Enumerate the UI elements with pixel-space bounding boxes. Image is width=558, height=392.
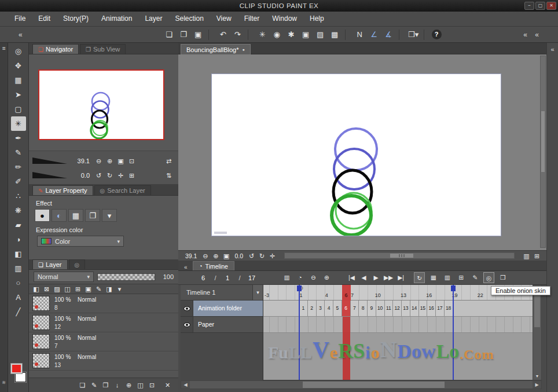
help-icon[interactable]: ? <box>432 30 442 39</box>
frame-cell-10[interactable]: 10 <box>376 301 385 317</box>
timeline-horizontal-scrollbar[interactable]: ◀ ▶ <box>181 380 542 389</box>
close-button[interactable]: ✕ <box>546 2 556 10</box>
scrollbar-thumb[interactable] <box>303 382 445 388</box>
status-zoom-in-icon[interactable]: ⊕ <box>211 251 221 261</box>
status-display-mode-icon[interactable]: ▥ <box>522 251 531 261</box>
delete-layer-icon[interactable]: ✕ <box>163 380 172 390</box>
invert-selection-icon[interactable]: ▩ <box>328 28 342 41</box>
foreground-color-swatch[interactable] <box>11 364 22 373</box>
clip-to-layer-below-icon[interactable]: ◨ <box>104 284 114 294</box>
scrollbar-thumb[interactable] <box>390 254 413 258</box>
effect-expand-icon[interactable]: ▾ <box>102 209 117 222</box>
menu-view[interactable]: View <box>210 12 238 26</box>
timeline-collapse-icon[interactable]: « <box>182 264 190 270</box>
background-color-swatch[interactable] <box>15 372 26 382</box>
actual-size-icon[interactable]: ⊡ <box>127 156 137 166</box>
go-to-end-button[interactable]: ▶| <box>395 272 406 283</box>
canvas-vertical-scrollbar[interactable] <box>540 56 546 248</box>
menu-animation[interactable]: Animation <box>95 12 138 26</box>
frame-cell-1[interactable]: 1 <box>299 301 308 317</box>
frame-cell-8[interactable]: 8 <box>359 301 368 317</box>
visibility-toggle[interactable] <box>181 317 193 332</box>
ruler-tool[interactable]: ╱ <box>11 305 26 319</box>
menu-filter[interactable]: Filter <box>238 12 266 26</box>
frame-cell-13[interactable]: 13 <box>402 301 410 317</box>
layer-menu-icon[interactable]: ▾ <box>115 284 124 294</box>
new-vector-layer-icon[interactable]: ✎ <box>89 380 99 390</box>
specify-cel-button[interactable]: ✎ <box>469 272 480 283</box>
angle-snap-icon[interactable]: ∠ <box>368 28 381 41</box>
decoration2-tool[interactable]: ❋ <box>11 203 26 218</box>
open-file-icon[interactable]: ❐ <box>177 28 190 41</box>
zoom-tool[interactable]: ◎ <box>11 44 26 58</box>
track-animation-folder[interactable]: Animation folder <box>181 301 263 317</box>
visibility-toggle[interactable] <box>181 301 193 316</box>
workspace-dropdown-icon[interactable]: ❒▾ <box>407 28 420 41</box>
save-icon[interactable]: ▣ <box>192 28 205 41</box>
timeline-zoom-out-icon[interactable]: ⊖ <box>308 272 319 283</box>
reset-view-icon[interactable]: ⊞ <box>127 171 137 180</box>
tab-layer-alt[interactable]: ◎ <box>69 259 86 269</box>
lock-layer-icon[interactable]: ⊠ <box>42 284 52 294</box>
previous-frame-button[interactable]: ◀ <box>358 272 369 283</box>
go-to-start-button[interactable]: |◀ <box>346 272 357 283</box>
menu-layer[interactable]: Layer <box>138 12 168 26</box>
layer-row[interactable]: 100 %Normal8 <box>29 294 178 313</box>
time-display-icon[interactable]: ◔ <box>295 272 306 283</box>
layer-row[interactable]: 100 %Normal12 <box>29 313 178 332</box>
scrollbar-thumb[interactable] <box>541 111 545 172</box>
navigator-preview[interactable] <box>38 69 164 140</box>
collapse-right-panel-icon[interactable]: « « <box>521 31 544 39</box>
zoom-out-icon[interactable]: ⊖ <box>94 156 104 166</box>
collapse-left-panel-icon[interactable]: « <box>16 31 25 39</box>
status-rotate-right-icon[interactable]: ↻ <box>257 251 267 261</box>
frame-cell-12[interactable]: 12 <box>393 301 402 317</box>
rotate-right-icon[interactable]: ↻ <box>105 171 115 180</box>
tone-effect-icon[interactable]: ◐ <box>52 209 67 222</box>
combine-to-lower-layer-icon[interactable]: ⊕ <box>124 380 134 390</box>
set-ruler-icon[interactable]: ⊞ <box>73 284 83 294</box>
timeline-dropdown-icon[interactable]: ▾ <box>252 285 263 300</box>
frame-cell-4[interactable]: 4 <box>325 301 333 317</box>
screentone-tool[interactable]: ▦ <box>11 73 26 87</box>
rotation-slider[interactable] <box>32 172 67 178</box>
rotate-left-icon[interactable]: ↺ <box>94 171 104 180</box>
frame-cell-6[interactable]: 6 <box>342 301 351 317</box>
palette-dock-handle-icon[interactable]: ≣ <box>0 46 8 51</box>
move-tool[interactable]: ✥ <box>11 58 26 73</box>
menu-storyp[interactable]: Story(P) <box>57 12 95 26</box>
airbrush-tool[interactable]: ∴ <box>11 189 26 203</box>
new-animation-cel-button[interactable]: ⊞ <box>456 272 467 283</box>
decoration-tool[interactable]: ✳ <box>11 116 26 131</box>
loop-playback-button[interactable]: ↻ <box>414 272 425 283</box>
figure-tool[interactable]: ○ <box>11 276 26 290</box>
angle-snap-alt-icon[interactable]: ∡ <box>382 28 395 41</box>
new-folder-icon[interactable]: ❐ <box>101 380 111 390</box>
canvas-horizontal-scrollbar[interactable] <box>284 252 515 259</box>
tab-document[interactable]: BouncingBallBlog* ● <box>181 44 251 54</box>
eyedropper-tool[interactable]: ✒ <box>11 131 26 145</box>
fit-to-screen-icon[interactable]: ▣ <box>116 156 126 166</box>
create-mask-icon[interactable]: ◫ <box>135 380 145 390</box>
timeline-vertical-scrollbar[interactable]: ▲ ▼ <box>533 285 542 380</box>
frame-cell-2[interactable]: 2 <box>308 301 317 317</box>
timeline-selector[interactable]: Timeline 1 ▾ <box>181 285 263 301</box>
scroll-left-icon[interactable]: ◀ <box>181 381 190 389</box>
new-raster-layer-icon[interactable]: ❏ <box>78 380 87 390</box>
status-zoom-out-icon[interactable]: ⊖ <box>200 251 210 261</box>
tab-navigator[interactable]: ❏Navigator <box>32 44 79 54</box>
draft-layer-icon[interactable]: ✎ <box>94 284 104 294</box>
maximize-button[interactable]: ▢ <box>535 2 545 10</box>
text-tool[interactable]: A <box>11 290 26 305</box>
tab-layer-property[interactable]: ✎Layer Property <box>32 185 93 195</box>
screentone-effect-icon[interactable]: ▦ <box>68 209 83 222</box>
status-rotate-left-icon[interactable]: ↺ <box>247 251 256 261</box>
frame-display-icon[interactable]: ▥ <box>281 272 292 283</box>
palette-dock-bottom-icon[interactable]: ≋ <box>0 380 8 385</box>
layer-row[interactable]: 100 %Normal7 <box>29 332 178 351</box>
deselect-icon[interactable]: ▨ <box>314 28 327 41</box>
menu-help[interactable]: Help <box>303 12 331 26</box>
set-as-reference-icon[interactable]: ▣ <box>83 284 93 294</box>
playback-range-start-marker[interactable] <box>297 285 302 291</box>
canvas-page[interactable] <box>211 74 501 236</box>
